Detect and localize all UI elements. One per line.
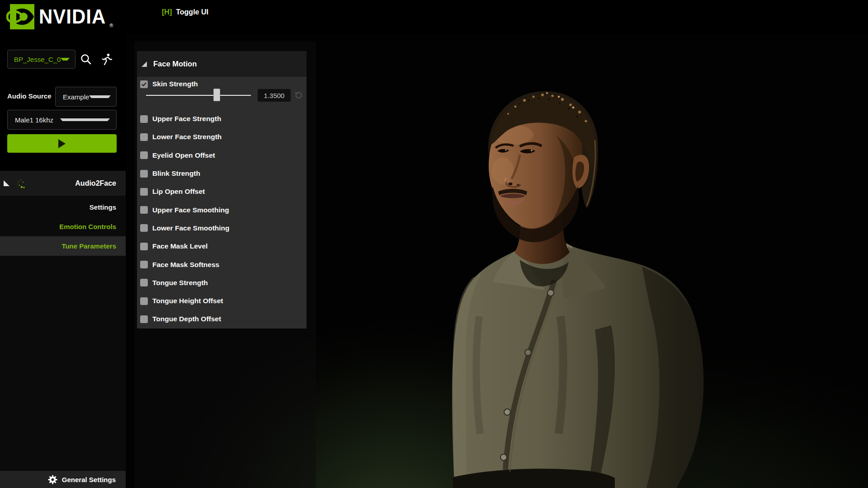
menu-item-settings[interactable]: Settings bbox=[0, 197, 126, 217]
collapse-triangle-icon bbox=[4, 180, 9, 186]
param-row[interactable]: Face Mask Level bbox=[137, 237, 307, 255]
check-icon bbox=[141, 81, 147, 87]
checkbox-unchecked[interactable] bbox=[140, 151, 148, 159]
left-sidebar: BP_Jesse_C_0 Audio Source Example Male1 … bbox=[0, 34, 126, 488]
viewport-3d-render[interactable] bbox=[0, 0, 868, 488]
play-button[interactable] bbox=[7, 134, 117, 153]
checkbox-unchecked[interactable] bbox=[140, 243, 148, 250]
toggle-ui-label: Toggle UI bbox=[176, 8, 208, 16]
registered-mark: ® bbox=[109, 23, 113, 28]
toggle-ui-hint: [H] Toggle UI bbox=[162, 8, 208, 16]
panel-title: Face Motion bbox=[153, 60, 197, 68]
param-row[interactable]: Tongue Depth Offset bbox=[137, 310, 307, 328]
skin-strength-value[interactable]: 1.3500 bbox=[258, 89, 291, 102]
param-row[interactable]: Upper Face Strength bbox=[137, 110, 307, 128]
checkbox-unchecked[interactable] bbox=[140, 206, 148, 214]
blueprint-selector[interactable]: BP_Jesse_C_0 bbox=[7, 50, 75, 69]
param-row[interactable]: Face Mask Softness bbox=[137, 255, 307, 273]
skin-strength-label: Skin Strength bbox=[152, 80, 198, 88]
chevron-down-icon bbox=[61, 58, 70, 61]
skin-strength-thumb[interactable] bbox=[213, 89, 220, 101]
gear-icon bbox=[48, 475, 57, 484]
collapse-triangle-icon bbox=[142, 61, 147, 67]
parameter-list: Upper Face Strength Lower Face Strength … bbox=[137, 110, 307, 328]
menu-item-tune-parameters[interactable]: Tune Parameters bbox=[0, 236, 126, 256]
reset-icon[interactable] bbox=[294, 91, 303, 100]
audio2face-dots-icon bbox=[16, 178, 27, 189]
checkbox-unchecked[interactable] bbox=[140, 115, 148, 123]
skin-strength-slider[interactable] bbox=[146, 89, 251, 102]
checkbox-unchecked[interactable] bbox=[140, 261, 148, 268]
general-settings-button[interactable]: General Settings bbox=[0, 471, 126, 488]
audio-source-select[interactable]: Example bbox=[55, 87, 117, 107]
sidebar-menu: Settings Emotion Controls Tune Parameter… bbox=[0, 197, 126, 256]
general-settings-label: General Settings bbox=[62, 476, 116, 483]
param-skin-strength: Skin Strength 1.3500 bbox=[137, 77, 307, 110]
menu-item-emotion-controls[interactable]: Emotion Controls bbox=[0, 217, 126, 236]
section-title: Audio2Face bbox=[27, 179, 126, 188]
checkbox-unchecked[interactable] bbox=[140, 224, 148, 232]
param-row[interactable]: Lower Face Smoothing bbox=[137, 219, 307, 237]
slider-track bbox=[146, 95, 251, 96]
hotkey-label: [H] bbox=[162, 8, 172, 16]
chevron-down-icon bbox=[60, 118, 110, 121]
param-row[interactable]: Upper Face Smoothing bbox=[137, 201, 307, 219]
voice-select[interactable]: Male1 16khz bbox=[7, 110, 117, 130]
param-row[interactable]: Eyelid Open Offset bbox=[137, 146, 307, 164]
play-icon bbox=[58, 139, 66, 148]
run-mode-icon[interactable] bbox=[100, 53, 113, 66]
checkbox-unchecked[interactable] bbox=[140, 133, 148, 141]
param-row[interactable]: Lip Open Offset bbox=[137, 183, 307, 201]
param-row[interactable]: Tongue Strength bbox=[137, 274, 307, 292]
app-window: NVIDIA ® [H] Toggle UI BP_Jesse_C_0 bbox=[0, 0, 868, 488]
checkbox-unchecked[interactable] bbox=[140, 297, 148, 305]
nvidia-eye-icon bbox=[6, 3, 35, 31]
param-row[interactable]: Blink Strength bbox=[137, 164, 307, 183]
checkbox-unchecked[interactable] bbox=[140, 188, 148, 196]
chevron-down-icon bbox=[89, 95, 111, 98]
skin-strength-checkbox[interactable] bbox=[140, 80, 148, 88]
param-row[interactable]: Tongue Height Offset bbox=[137, 292, 307, 310]
checkbox-unchecked[interactable] bbox=[140, 170, 148, 178]
nvidia-wordmark: NVIDIA bbox=[39, 5, 106, 28]
checkbox-unchecked[interactable] bbox=[140, 279, 148, 286]
param-row[interactable]: Lower Face Strength bbox=[137, 128, 307, 146]
audio2face-section-header[interactable]: Audio2Face bbox=[0, 171, 126, 196]
blueprint-selector-value: BP_Jesse_C_0 bbox=[14, 56, 61, 63]
face-motion-body: Skin Strength 1.3500 Upper Face Strength… bbox=[137, 77, 307, 328]
blueprint-row: BP_Jesse_C_0 bbox=[0, 50, 126, 70]
checkbox-unchecked[interactable] bbox=[140, 315, 148, 323]
search-icon[interactable] bbox=[80, 53, 92, 66]
top-bar: NVIDIA ® [H] Toggle UI bbox=[0, 0, 868, 34]
audio-source-row: Audio Source Example bbox=[0, 87, 126, 107]
face-motion-panel: Face Motion Skin Strength 1.3500 bbox=[134, 42, 316, 488]
audio-source-label: Audio Source bbox=[7, 92, 52, 100]
nvidia-logo: NVIDIA ® bbox=[6, 3, 113, 31]
face-motion-header[interactable]: Face Motion bbox=[137, 51, 307, 77]
